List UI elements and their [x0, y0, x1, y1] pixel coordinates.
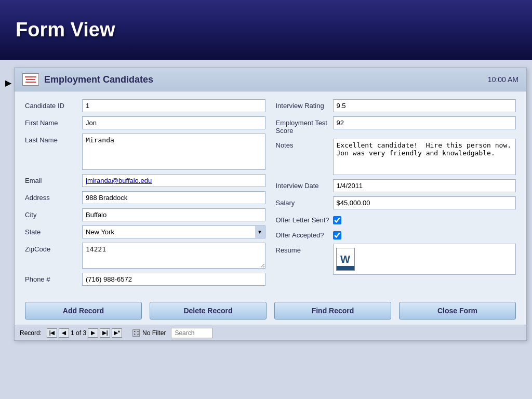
form-icon — [22, 73, 39, 86]
close-form-button[interactable]: Close Form — [399, 302, 516, 320]
form-icon-line-3 — [25, 82, 36, 83]
offer-accepted-checkbox-wrapper — [333, 229, 341, 240]
candidate-id-label: Candidate ID — [25, 99, 82, 110]
salary-row: Salary — [276, 196, 516, 209]
last-name-label: Last Name — [25, 134, 82, 144]
resume-label: Resume — [276, 244, 333, 254]
form-icon-line-2 — [26, 79, 35, 80]
search-input[interactable] — [171, 328, 212, 338]
record-info: 1 of 3 — [71, 329, 86, 337]
notes-label: Notes — [276, 139, 333, 149]
address-label: Address — [25, 191, 82, 202]
form-container: Employment Candidates 10:00 AM Candidate… — [14, 68, 527, 341]
resume-box — [333, 244, 516, 275]
nav-controls: |◀ ◀ 1 of 3 ▶ ▶| ▶* — [47, 328, 122, 338]
record-arrow: ▶ — [5, 78, 11, 88]
first-name-row: First Name — [25, 116, 265, 129]
page-title: Form View — [16, 19, 115, 41]
candidate-id-input[interactable] — [82, 99, 265, 112]
filter-icon: ⛶ — [132, 329, 140, 337]
offer-letter-label: Offer Letter Sent? — [276, 214, 333, 224]
interview-rating-row: Interview Rating — [276, 99, 516, 112]
city-input[interactable] — [82, 208, 265, 221]
word-doc-icon[interactable] — [336, 248, 355, 271]
city-row: City — [25, 208, 265, 221]
filter-label: No Filter — [142, 329, 166, 337]
first-name-input[interactable] — [82, 116, 265, 129]
phone-input[interactable] — [82, 273, 265, 286]
state-row: State New York California Texas Florida … — [25, 225, 265, 238]
interview-date-input[interactable] — [333, 179, 516, 192]
form-title: Employment Candidates — [44, 74, 153, 85]
interview-rating-input[interactable] — [333, 99, 516, 112]
right-column: Interview Rating Employment Test Score N… — [271, 99, 516, 289]
state-label: State — [25, 225, 82, 236]
form-header-left: Employment Candidates — [22, 73, 153, 86]
state-dropdown-wrapper: New York California Texas Florida Illino… — [82, 225, 265, 238]
salary-label: Salary — [276, 196, 333, 207]
prev-record-button[interactable]: ◀ — [59, 328, 69, 338]
delete-record-button[interactable]: Delete Record — [150, 302, 267, 320]
interview-date-label: Interview Date — [276, 179, 333, 190]
last-name-input[interactable]: Miranda — [82, 134, 265, 170]
new-record-button[interactable]: ▶* — [112, 328, 122, 338]
notes-row: Notes Excellent candidate! Hire this per… — [276, 139, 516, 175]
find-record-button[interactable]: Find Record — [274, 302, 391, 320]
zipcode-input[interactable]: 14221 — [82, 243, 265, 269]
word-doc-bar — [337, 266, 354, 270]
salary-input[interactable] — [333, 196, 516, 209]
state-select[interactable]: New York California Texas Florida Illino… — [82, 225, 265, 238]
offer-letter-checkbox[interactable] — [333, 216, 341, 224]
phone-label: Phone # — [25, 273, 82, 283]
form-time: 10:00 AM — [488, 75, 518, 84]
status-bar: Record: |◀ ◀ 1 of 3 ▶ ▶| ▶* ⛶ No Filter — [15, 325, 526, 340]
email-label: Email — [25, 174, 82, 184]
employment-test-row: Employment Test Score — [276, 116, 516, 135]
address-row: Address — [25, 191, 265, 204]
zipcode-label: ZipCode — [25, 243, 82, 253]
zipcode-row: ZipCode 14221 — [25, 243, 265, 269]
candidate-id-row: Candidate ID — [25, 99, 265, 112]
record-label: Record: — [20, 329, 42, 337]
email-row: Email — [25, 174, 265, 187]
offer-accepted-checkbox[interactable] — [333, 231, 341, 240]
last-name-row: Last Name Miranda — [25, 134, 265, 170]
interview-rating-label: Interview Rating — [276, 99, 333, 110]
resume-row: Resume — [276, 244, 516, 275]
offer-letter-checkbox-wrapper — [333, 214, 341, 224]
filter-badge: ⛶ No Filter — [132, 329, 166, 337]
email-input[interactable] — [82, 174, 265, 187]
address-input[interactable] — [82, 191, 265, 204]
add-record-button[interactable]: Add Record — [25, 302, 142, 320]
form-body: Candidate ID First Name Last Name Mirand… — [15, 91, 526, 297]
first-record-button[interactable]: |◀ — [47, 328, 57, 338]
form-icon-line-1 — [25, 76, 36, 77]
city-label: City — [25, 208, 82, 219]
left-column: Candidate ID First Name Last Name Mirand… — [25, 99, 271, 289]
notes-input[interactable]: Excellent candidate! Hire this person no… — [333, 139, 516, 175]
form-header: Employment Candidates 10:00 AM — [15, 68, 526, 91]
header: Form View — [0, 0, 532, 60]
form-footer: Add Record Delete Record Find Record Clo… — [15, 297, 526, 325]
first-name-label: First Name — [25, 116, 82, 127]
content-area: ▶ Employment Candidates 10:00 AM Candida… — [0, 60, 532, 399]
offer-accepted-row: Offer Accepted? — [276, 229, 516, 240]
interview-date-row: Interview Date — [276, 179, 516, 192]
employment-test-label: Employment Test Score — [276, 116, 333, 135]
offer-accepted-label: Offer Accepted? — [276, 229, 333, 239]
employment-test-input[interactable] — [333, 116, 516, 129]
next-record-button[interactable]: ▶ — [88, 328, 98, 338]
offer-letter-row: Offer Letter Sent? — [276, 214, 516, 224]
last-record-button[interactable]: ▶| — [100, 328, 110, 338]
phone-row: Phone # — [25, 273, 265, 286]
